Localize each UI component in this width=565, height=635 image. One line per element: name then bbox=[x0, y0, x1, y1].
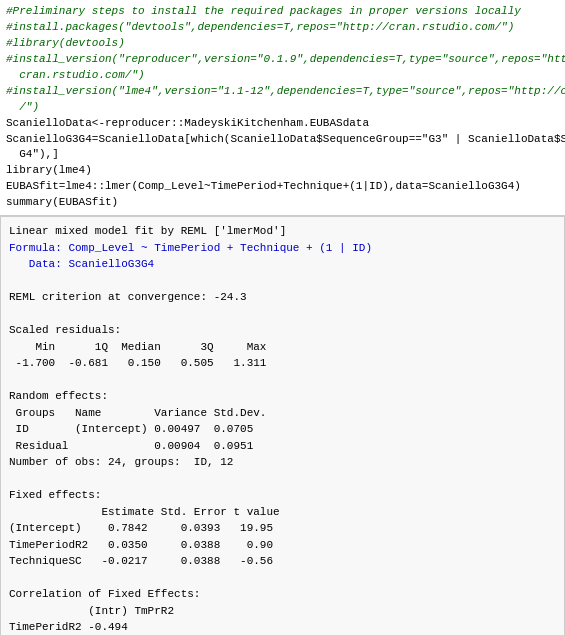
output-line: Min 1Q Median 3Q Max bbox=[9, 339, 556, 356]
code-line: #Preliminary steps to install the requir… bbox=[6, 4, 559, 20]
output-line: Fixed effects: bbox=[9, 487, 556, 504]
output-line: TimePeridR2 -0.494 bbox=[9, 619, 556, 635]
code-line: #install_version("lme4",version="1.1-12"… bbox=[6, 84, 559, 100]
code-line: EUBASfit=lme4::lmer(Comp_Level~TimePerio… bbox=[6, 179, 559, 195]
code-line: G4"),] bbox=[6, 147, 559, 163]
output-line: TimePeriodR2 0.0350 0.0388 0.90 bbox=[9, 537, 556, 554]
output-line: (Intercept) 0.7842 0.0393 19.95 bbox=[9, 520, 556, 537]
output-line bbox=[9, 570, 556, 587]
output-line: (Intr) TmPrR2 bbox=[9, 603, 556, 620]
output-line: Data: ScanielloG3G4 bbox=[9, 256, 556, 273]
output-line bbox=[9, 372, 556, 389]
code-line: /") bbox=[6, 100, 559, 116]
code-line: #install_version("reproducer",version="0… bbox=[6, 52, 559, 68]
output-line: ID (Intercept) 0.00497 0.0705 bbox=[9, 421, 556, 438]
output-line: Number of obs: 24, groups: ID, 12 bbox=[9, 454, 556, 471]
output-line bbox=[9, 306, 556, 323]
output-line bbox=[9, 471, 556, 488]
output-line: Estimate Std. Error t value bbox=[9, 504, 556, 521]
output-line: Residual 0.00904 0.0951 bbox=[9, 438, 556, 455]
code-line: ScanielloData<-reproducer::MadeyskiKitch… bbox=[6, 116, 559, 132]
output-line: Formula: Comp_Level ~ TimePeriod + Techn… bbox=[9, 240, 556, 257]
code-line: #library(devtools) bbox=[6, 36, 559, 52]
code-line: cran.rstudio.com/") bbox=[6, 68, 559, 84]
code-line: summary(EUBASfit) bbox=[6, 195, 559, 211]
output-line: Groups Name Variance Std.Dev. bbox=[9, 405, 556, 422]
code-editor: #Preliminary steps to install the requir… bbox=[0, 0, 565, 216]
output-line bbox=[9, 273, 556, 290]
code-line: library(lme4) bbox=[6, 163, 559, 179]
code-line: #install.packages("devtools",dependencie… bbox=[6, 20, 559, 36]
output-line: Correlation of Fixed Effects: bbox=[9, 586, 556, 603]
output-line: TechniqueSC -0.0217 0.0388 -0.56 bbox=[9, 553, 556, 570]
output-line: REML criterion at convergence: -24.3 bbox=[9, 289, 556, 306]
output-line: -1.700 -0.681 0.150 0.505 1.311 bbox=[9, 355, 556, 372]
output-line: Linear mixed model fit by REML ['lmerMod… bbox=[9, 223, 556, 240]
code-line: ScanielloG3G4=ScanielloData[which(Scanie… bbox=[6, 132, 559, 148]
output-line: Random effects: bbox=[9, 388, 556, 405]
output-panel: Linear mixed model fit by REML ['lmerMod… bbox=[0, 216, 565, 635]
output-line: Scaled residuals: bbox=[9, 322, 556, 339]
